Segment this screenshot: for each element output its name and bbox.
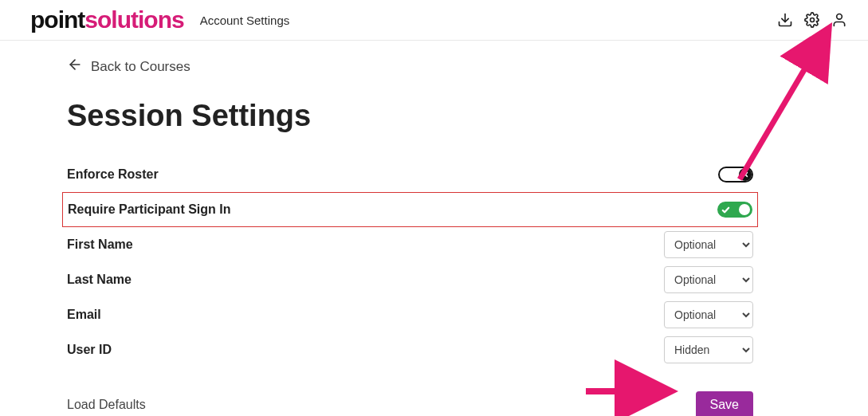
toggle-knob [739, 204, 750, 215]
gear-icon[interactable] [804, 12, 820, 28]
user-icon[interactable] [831, 12, 847, 28]
save-button[interactable]: Save [696, 391, 753, 416]
setting-label: Last Name [67, 273, 132, 287]
user-id-select[interactable]: Hidden [664, 336, 753, 363]
download-icon[interactable] [777, 12, 793, 28]
header-section-label: Account Settings [200, 14, 290, 27]
app-header: pointsolutions Account Settings [0, 0, 868, 41]
back-link-label: Back to Courses [91, 59, 190, 75]
setting-first-name: First Name Optional [67, 227, 753, 262]
email-select[interactable]: Optional [664, 301, 753, 328]
last-name-select[interactable]: Optional [664, 266, 753, 293]
svg-point-1 [811, 18, 815, 22]
svg-point-2 [837, 14, 842, 20]
setting-label: Enforce Roster [67, 167, 159, 182]
setting-label: Email [67, 308, 101, 322]
header-icons [777, 12, 847, 28]
toggle-knob [739, 168, 752, 181]
setting-label: User ID [67, 343, 112, 357]
require-signin-toggle[interactable] [717, 202, 752, 218]
back-to-courses-link[interactable]: Back to Courses [67, 57, 190, 77]
page-title: Session Settings [67, 99, 753, 133]
arrow-left-icon [67, 57, 83, 77]
setting-label: First Name [67, 237, 133, 252]
setting-email: Email Optional [67, 297, 753, 332]
enforce-roster-toggle[interactable] [718, 167, 753, 182]
setting-last-name: Last Name Optional [67, 262, 753, 297]
first-name-select[interactable]: Optional [664, 231, 753, 258]
logo-part2: solutions [84, 6, 183, 33]
setting-enforce-roster: Enforce Roster [67, 157, 753, 192]
check-icon [721, 206, 730, 214]
content: Back to Courses Session Settings Enforce… [0, 41, 801, 416]
settings-list: Enforce Roster Require Participant Sign … [67, 157, 753, 367]
setting-user-id: User ID Hidden [67, 332, 753, 367]
logo-part1: point [30, 6, 84, 33]
setting-label: Require Participant Sign In [68, 202, 230, 217]
logo: pointsolutions [30, 8, 184, 32]
setting-require-signin: Require Participant Sign In [62, 192, 758, 227]
header-left: pointsolutions Account Settings [30, 8, 289, 32]
footer-row: Load Defaults Save [67, 391, 753, 416]
load-defaults-link[interactable]: Load Defaults [67, 398, 146, 412]
